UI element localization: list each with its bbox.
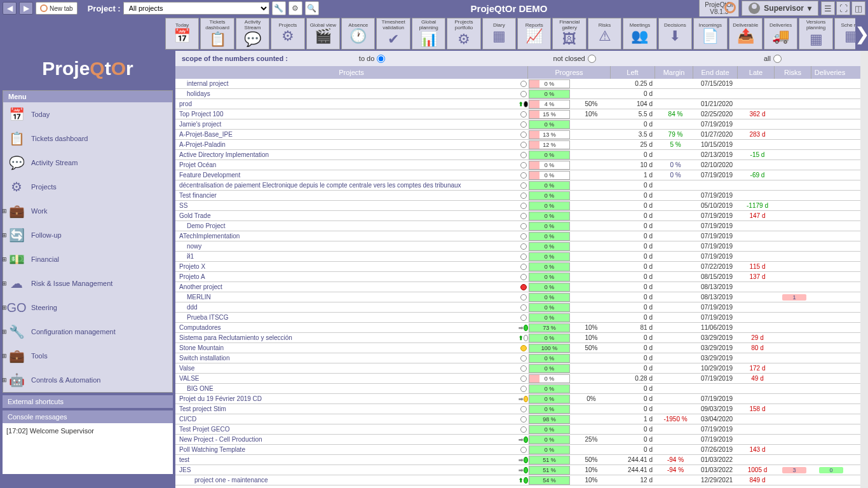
scope-notclosed[interactable]: not closed xyxy=(553,55,596,63)
table-row[interactable]: Test Projet GECO0 %0 d07/19/2019 xyxy=(175,424,868,435)
tool-global-planning[interactable]: Global planning📊 xyxy=(412,18,445,50)
table-row[interactable]: test➡51 %50%244.41 d-94 %01/03/2022 xyxy=(175,455,868,465)
table-row[interactable]: й10 %0 d07/19/2019 xyxy=(175,252,868,262)
fullscreen-icon[interactable]: ⛶ xyxy=(836,1,850,15)
menu-tools[interactable]: ⊞💼Tools xyxy=(3,344,172,368)
table-row[interactable]: Projet Océan0 %10 d0 %02/10/2020 xyxy=(175,160,868,170)
tool-diary[interactable]: Diary▦ xyxy=(482,18,516,50)
table-row[interactable]: Sistema para Reclutamiento y selección⬆0… xyxy=(175,333,868,343)
table-row[interactable]: internal project0 %0.25 d07/15/2019 xyxy=(175,79,868,89)
table-row[interactable]: Switch installation0 %0 d03/29/2019 xyxy=(175,353,868,363)
console-header[interactable]: Console messages xyxy=(3,410,173,423)
tool-reports[interactable]: Reports📈 xyxy=(517,18,551,50)
table-row[interactable]: Prueba ITSCG0 %0 d07/19/2019 xyxy=(175,313,868,323)
menu-follow-up[interactable]: ⊞🔄Follow-up xyxy=(3,223,172,247)
tool-risks[interactable]: Risks⚠ xyxy=(588,18,621,50)
scope-row: scope of the numbers counted : to do not… xyxy=(175,51,868,66)
table-row[interactable]: JES➡51 %10%244.41 d-94 %01/03/20221005 d… xyxy=(175,465,868,475)
tool-incomings[interactable]: Incomings📄 xyxy=(693,18,727,50)
table-row[interactable]: Gold Trade0 %0 d07/19/2019147 d xyxy=(175,211,868,221)
user-menu[interactable]: Supervisor▾ xyxy=(742,1,818,16)
tool-today[interactable]: Today📅 xyxy=(165,18,199,50)
gear-icon[interactable]: ⚙ xyxy=(288,1,302,15)
tool-deliverable[interactable]: Deliverable📤 xyxy=(729,18,763,50)
project-select[interactable]: All projects xyxy=(123,2,269,15)
menu-tickets-dashboard[interactable]: 📋Tickets dashboard xyxy=(3,126,172,151)
table-row[interactable]: VALSE0 %0.28 d07/19/201949 d xyxy=(175,374,868,384)
tool-decisions[interactable]: Decisions⬇ xyxy=(658,18,692,50)
table-row[interactable]: Another project0 %0 d08/13/2019 xyxy=(175,282,868,292)
sidebar: All menus ProjeQtOr Menu 📅Today📋Tickets … xyxy=(0,17,175,488)
table-row[interactable]: nowy0 %0 d07/19/2019 xyxy=(175,241,868,252)
menu-collapse-icon[interactable]: ☰ xyxy=(821,1,835,15)
menu-work[interactable]: ⊞💼Work xyxy=(3,199,172,223)
menu-today[interactable]: 📅Today xyxy=(3,102,172,126)
toolbar: Today📅Tickets dashboard📋Activity Stream💬… xyxy=(0,17,868,51)
menu-projects[interactable]: ⚙Projects xyxy=(3,175,172,199)
scope-todo[interactable]: to do xyxy=(359,55,385,63)
toolbar-next-icon[interactable]: ❯ xyxy=(855,17,868,51)
table-row[interactable]: SS0 %0 d05/10/2019-1179 d xyxy=(175,201,868,211)
table-row[interactable]: Projet du 19 Février 2019 CD➡0 %0%0 d07/… xyxy=(175,394,868,404)
table-row[interactable]: ATechImplementation0 %0 d07/19/2019 xyxy=(175,231,868,241)
new-tab-button[interactable]: New tab xyxy=(36,2,78,15)
tool-deliveries[interactable]: Deliveries🚚 xyxy=(764,18,797,50)
menu-risk-issue-management[interactable]: ⊞☁Risk & Issue Management xyxy=(3,271,172,295)
table-row[interactable]: ddd0 %0 d07/19/2019 xyxy=(175,302,868,313)
menu-activity-stream[interactable]: 💬Activity Stream xyxy=(3,151,172,175)
table-row[interactable]: A-Projet-Paladin12 %25 d5 %10/15/2019 xyxy=(175,140,868,150)
table-row[interactable]: CI/CD98 %1 d-1950 %03/04/2020 xyxy=(175,414,868,424)
tool-meetings[interactable]: Meetings👥 xyxy=(623,18,656,50)
table-row[interactable]: Stone Mountain100 %50%0 d03/29/201980 d xyxy=(175,343,868,353)
table-row[interactable]: Demo Project0 %0 d07/19/2019 xyxy=(175,221,868,231)
tool-tickets-dashboard[interactable]: Tickets dashboard📋 xyxy=(200,18,234,50)
scrollbar[interactable] xyxy=(860,51,868,488)
table-row[interactable]: Poll Watching Template0 %0 d07/26/201914… xyxy=(175,445,868,455)
nav-back-button[interactable]: ◀ xyxy=(3,2,17,15)
layout-icon[interactable]: ◫ xyxy=(851,1,865,15)
table-row[interactable]: MERLIN0 %0 d08/13/20191 xyxy=(175,292,868,302)
scope-all[interactable]: all xyxy=(764,55,782,63)
table-row[interactable]: BIG ONE0 %0 d xyxy=(175,384,868,394)
table-row[interactable]: Computadores➡73 %10%81 d11/06/2019 xyxy=(175,323,868,333)
table-row[interactable]: project one - maintenance⬆54 %10%12 d12/… xyxy=(175,475,868,485)
table-row[interactable]: Top Project 10015 %10%5.5 d84 %02/25/202… xyxy=(175,109,868,119)
menu-steering[interactable]: ⊞GOSteering xyxy=(3,295,172,320)
table-row[interactable]: New Project - Cell Production➡0 %25%0 d0… xyxy=(175,435,868,445)
tool-versions-planning[interactable]: Versions planning▦ xyxy=(799,18,832,50)
table-row[interactable]: Active Directory Implementation0 %0 d02/… xyxy=(175,150,868,160)
table-row[interactable]: Jamie's project0 %0 d07/19/2019 xyxy=(175,119,868,130)
tool-timesheet-validation[interactable]: Timesheet validation✔ xyxy=(376,18,410,50)
tool-absence[interactable]: Absence🕐 xyxy=(341,18,375,50)
wrench-icon[interactable]: 🔧 xyxy=(272,1,286,15)
tool-projects[interactable]: Projects⚙ xyxy=(271,18,304,50)
table-body: internal project0 %0.25 d07/15/2019holid… xyxy=(175,79,868,488)
nav-forward-button[interactable]: ▶ xyxy=(19,2,33,15)
table-row[interactable]: décentralisation de paiement Electroniqu… xyxy=(175,180,868,191)
main-panel: scope of the numbers counted : to do not… xyxy=(175,51,868,488)
menu-configuration-management[interactable]: ⊞🔧Configuration management xyxy=(3,320,172,344)
tool-global-view[interactable]: Global view🎬 xyxy=(306,18,340,50)
table-row[interactable]: Projeto A0 %0 d08/15/2019137 d xyxy=(175,272,868,282)
table-row[interactable]: Feature Development0 %1 d0 %07/19/2019-6… xyxy=(175,170,868,180)
logo: ProjeQtOr xyxy=(0,50,175,88)
menu-controls-automation[interactable]: ⊞🤖Controls & Automation xyxy=(3,368,172,392)
table-row[interactable]: Projeto X0 %0 d07/22/2019115 d xyxy=(175,262,868,272)
table-row[interactable]: Valse0 %0 d10/29/2019172 d xyxy=(175,363,868,374)
menu-header: Menu xyxy=(3,91,172,102)
table-row[interactable]: holidays0 %0 d xyxy=(175,89,868,99)
external-shortcuts-header[interactable]: External shortcuts xyxy=(3,395,173,408)
console-message: [17:02] Welcome Supervisor xyxy=(3,423,173,474)
table-row[interactable]: Test financier0 %0 d07/19/2019 xyxy=(175,191,868,201)
search-icon[interactable]: 🔍 xyxy=(305,1,319,15)
table-row[interactable]: A-Projet-Base_IPE13 %3.5 d79 %01/27/2020… xyxy=(175,130,868,140)
menu-financial[interactable]: ⊞💵Financial xyxy=(3,247,172,271)
table-row[interactable]: prod⬆4 %50%104 d01/21/2020 xyxy=(175,99,868,109)
table-header: Projects Progress Left Margin End date L… xyxy=(175,66,868,79)
tool-activity-stream[interactable]: Activity Stream💬 xyxy=(236,18,269,50)
app-title: ProjeQtOr DEMO xyxy=(471,3,548,14)
table-row[interactable]: Test project Stim0 %0 d09/03/2019158 d xyxy=(175,404,868,414)
scope-title: scope of the numbers counted : xyxy=(182,55,288,62)
tool-financial-gallery[interactable]: Financial gallery🖼 xyxy=(552,18,586,50)
tool-projects-portfolio[interactable]: Projects portfolio⚙ xyxy=(447,18,480,50)
